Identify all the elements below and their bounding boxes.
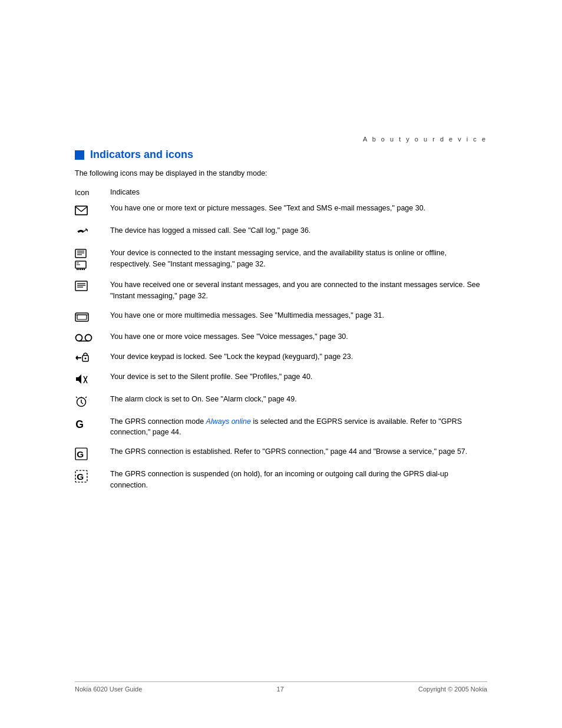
svg-point-12 [84, 269, 85, 270]
svg-point-10 [80, 269, 81, 270]
svg-rect-13 [75, 281, 87, 291]
voice-desc: You have one or more voice messages. See… [110, 331, 487, 342]
icon-cell-missed-call [75, 225, 110, 239]
icon-cell-gprs-established: G [75, 446, 110, 460]
silent-icon [75, 373, 88, 386]
svg-line-30 [76, 397, 77, 398]
svg-text:G: G [77, 472, 84, 482]
gprs-suspended-icon: G [75, 470, 88, 483]
im-online-icon [75, 249, 87, 259]
im-received-icon [75, 281, 88, 294]
table-header: Icon Indicates [75, 188, 487, 197]
table-row: Your device is set to the Silent profile… [75, 371, 487, 386]
table-row: You have received one or several instant… [75, 279, 487, 302]
table-row: G The GPRS connection mode Always online… [75, 416, 487, 439]
table-row: G The GPRS connection is suspended (on h… [75, 469, 487, 491]
page: A b o u t y o u r d e v i c e Indicators… [0, 0, 562, 728]
alarm-desc: The alarm clock is set to On. See "Alarm… [110, 394, 487, 405]
section-title: Indicators and icons [90, 149, 193, 161]
footer-left: Nokia 6020 User Guide [75, 686, 142, 693]
table-row: The alarm clock is set to On. See "Alarm… [75, 394, 487, 408]
page-footer: Nokia 6020 User Guide 17 Copyright © 200… [75, 681, 487, 693]
icon-cell-keypad-locked [75, 351, 110, 363]
table-row: You have one or more text or picture mes… [75, 203, 487, 217]
im-offline-icon [75, 261, 87, 271]
im-status-desc: Your device is connected to the instant … [110, 248, 487, 270]
svg-line-31 [85, 397, 87, 398]
table-row: You have one or more voice messages. See… [75, 331, 487, 343]
multimedia-icon [75, 311, 89, 323]
section-label: A b o u t y o u r d e v i c e [75, 136, 487, 143]
svg-text:G: G [77, 449, 84, 459]
content-area: A b o u t y o u r d e v i c e Indicators… [75, 0, 487, 535]
svg-text:G: G [75, 418, 84, 430]
intro-text: The following icons may be displayed in … [75, 169, 487, 177]
table-row: G The GPRS connection is established. Re… [75, 446, 487, 460]
svg-rect-1 [75, 249, 86, 258]
svg-point-9 [78, 269, 80, 270]
svg-point-8 [77, 269, 78, 270]
icon-cell-gprs-suspended: G [75, 469, 110, 483]
footer-right: Copyright © 2005 Nokia [418, 686, 487, 693]
gprs-always-icon: G [75, 417, 87, 430]
missed-call-icon [75, 226, 88, 239]
gprs-suspended-desc: The GPRS connection is suspended (on hol… [110, 469, 487, 491]
missed-call-desc: The device has logged a missed call. See… [110, 225, 487, 236]
always-online-link: Always online [206, 417, 251, 426]
table-row: Your device keypad is locked. See "Lock … [75, 351, 487, 363]
svg-point-24 [85, 357, 87, 359]
keypad-locked-desc: Your device keypad is locked. See "Lock … [110, 351, 487, 363]
svg-point-11 [82, 269, 83, 270]
svg-line-29 [81, 403, 83, 404]
col-header-icon: Icon [75, 188, 110, 197]
blue-square-icon [75, 150, 84, 160]
svg-point-20 [76, 334, 82, 341]
icon-cell-gprs-always: G [75, 416, 110, 430]
multimedia-desc: You have one or more multimedia messages… [110, 310, 487, 321]
table-row: The device has logged a missed call. See… [75, 225, 487, 239]
svg-rect-0 [75, 206, 87, 215]
icon-cell-im-status [75, 248, 110, 271]
keypad-lock-icon [75, 353, 90, 363]
gprs-established-icon: G [75, 447, 88, 460]
col-header-indicates: Indicates [110, 188, 140, 197]
section-heading: Indicators and icons [75, 149, 487, 161]
svg-rect-18 [77, 315, 87, 319]
alarm-icon [75, 395, 88, 408]
im-received-desc: You have received one or several instant… [110, 279, 487, 302]
table-row: Your device is connected to the instant … [75, 248, 487, 271]
voicemail-icon [75, 332, 92, 343]
silent-desc: Your device is set to the Silent profile… [110, 371, 487, 383]
sms-icon [75, 204, 88, 217]
gprs-established-desc: The GPRS connection is established. Refe… [110, 446, 487, 457]
gprs-always-desc: The GPRS connection mode Always online i… [110, 416, 487, 439]
sms-desc: You have one or more text or picture mes… [110, 203, 487, 214]
icon-cell-im-received [75, 279, 110, 294]
svg-point-21 [85, 334, 92, 341]
icon-cell-multimedia [75, 310, 110, 323]
footer-page-number: 17 [277, 686, 284, 693]
table-row: You have one or more multimedia messages… [75, 310, 487, 323]
icon-cell-voice [75, 331, 110, 343]
icon-cell-alarm [75, 394, 110, 408]
icon-cell-sms [75, 203, 110, 217]
icon-cell-silent [75, 371, 110, 386]
im-status-icons [75, 249, 87, 271]
